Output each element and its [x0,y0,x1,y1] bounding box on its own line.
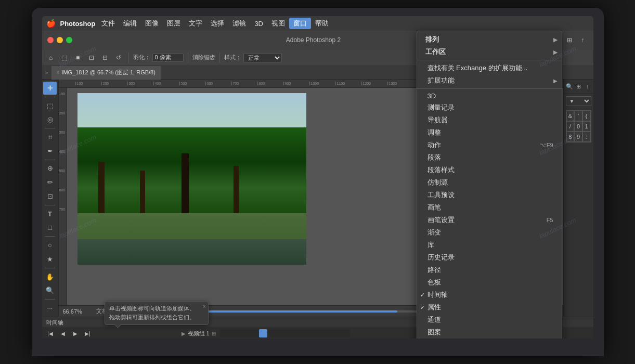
menu-item-timeline-label: 时间轴 [427,290,553,300]
window-dropdown-menu: 排列 ▶ 工作区 ▶ 查找有关 Exchange 的扩展功能... 扩展功能 ▶ [417,31,562,339]
menu-item-3d[interactable]: 3D [417,90,562,101]
menu-item-swatches-label: 色板 [427,278,553,287]
menu-item-paragraph[interactable]: 段落 [417,151,562,164]
menu-item-para-style-label: 段落样式 [427,165,553,175]
menu-item-navigator[interactable]: 导航器 [417,114,562,126]
properties-check: ✓ [420,304,425,311]
menu-item-gradient[interactable]: 渐变 [417,226,562,239]
menu-item-actions[interactable]: 动作 ⌥F9 [417,139,562,151]
menu-item-actions-label: 动作 [427,140,529,150]
menu-item-libraries-label: 库 [427,240,553,250]
menu-item-measure[interactable]: 测量记录 [417,101,562,114]
menu-item-timeline[interactable]: ✓ 时间轴 [417,289,562,301]
menu-item-navigator-label: 导航器 [427,115,553,125]
extensions-submenu-arrow: ▶ [553,78,558,84]
arrange-submenu-arrow: ▶ [553,37,558,43]
menu-item-measure-label: 测量记录 [427,103,553,112]
menu-item-clone-source-label: 仿制源 [427,178,553,187]
menu-item-gradient-label: 渐变 [427,228,553,237]
menu-item-brush[interactable]: 画笔 [417,201,562,214]
menu-item-adjustments-label: 调整 [427,128,553,137]
timeline-check: ✓ [420,292,425,298]
menu-item-exchange[interactable]: 查找有关 Exchange 的扩展功能... [417,62,562,74]
menu-item-arrange-label: 排列 [425,35,553,44]
menu-item-arrange[interactable]: 排列 ▶ [417,33,562,46]
menu-item-actions-shortcut: ⌥F9 [540,142,553,149]
menu-item-extensions[interactable]: 扩展功能 ▶ [417,74,562,87]
menu-item-3d-label: 3D [427,92,553,100]
dropdown-overlay: 排列 ▶ 工作区 ▶ 查找有关 Exchange 的扩展功能... 扩展功能 ▶ [42,16,593,339]
menu-item-paths[interactable]: 路径 [417,264,562,276]
workspace-submenu-arrow: ▶ [553,49,558,55]
menu-item-swatches[interactable]: 色板 [417,276,562,289]
menu-item-brush-shortcut: F5 [547,217,553,223]
menu-item-brush-label: 画笔 [427,203,553,212]
menu-item-workspace-label: 工作区 [425,47,553,57]
menu-item-patterns-label: 图案 [427,328,553,337]
menu-sep-1 [417,60,562,60]
laptop-screen: lapulace.com lapulace.com lapulace.com l… [42,16,593,339]
menu-item-paragraph-label: 段落 [427,153,553,162]
menu-sep-2 [417,88,562,89]
menu-item-exchange-label: 查找有关 Exchange 的扩展功能... [427,63,553,73]
menu-item-para-style[interactable]: 段落样式 [417,164,562,176]
laptop-outer: lapulace.com lapulace.com lapulace.com l… [32,8,604,356]
menu-item-brush-settings[interactable]: 画笔设置 F5 [417,214,562,226]
menu-item-clone-source[interactable]: 仿制源 [417,176,562,189]
menu-item-channels[interactable]: 通道 [417,314,562,326]
menu-item-extensions-label: 扩展功能 [427,76,553,85]
menu-item-brush-settings-label: 画笔设置 [427,215,536,225]
menu-item-history-label: 历史记录 [427,253,553,262]
menu-item-libraries[interactable]: 库 [417,239,562,251]
menu-item-workspace[interactable]: 工作区 ▶ [417,46,562,58]
menu-item-tool-presets-label: 工具预设 [427,190,553,200]
menu-item-patterns[interactable]: 图案 [417,326,562,339]
menu-item-adjustments[interactable]: 调整 [417,126,562,139]
menu-item-properties-label: 属性 [427,303,553,312]
menu-item-tool-presets[interactable]: 工具预设 [417,189,562,201]
menu-item-history[interactable]: 历史记录 [417,251,562,264]
menu-item-paths-label: 路径 [427,265,553,275]
menu-item-channels-label: 通道 [427,315,553,324]
menu-item-properties[interactable]: ✓ 属性 [417,301,562,314]
